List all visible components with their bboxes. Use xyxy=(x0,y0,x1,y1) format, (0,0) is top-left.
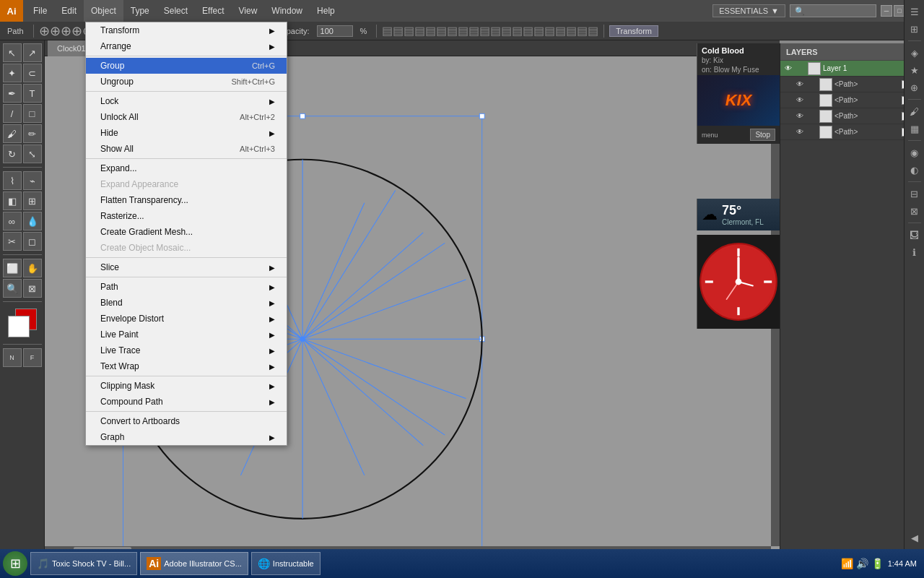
select-tool[interactable]: ↖ xyxy=(3,43,22,62)
symbols-icon[interactable]: ⊕ xyxy=(907,80,922,95)
tool-row-1: ↖ ↗ xyxy=(3,43,42,62)
menu-item-live-trace[interactable]: Live Trace ▶ xyxy=(86,342,287,358)
swatches-icon[interactable]: ▦ xyxy=(907,121,922,136)
magic-wand-tool[interactable]: ✦ xyxy=(3,64,22,82)
line-tool[interactable]: / xyxy=(3,104,22,123)
layer-item-path1[interactable]: 👁 <Path> xyxy=(780,77,924,92)
menu-item-compound-path[interactable]: Compound Path ▶ xyxy=(86,394,287,410)
transform-button[interactable]: Transform xyxy=(609,25,658,37)
layer-item-path3[interactable]: 👁 <Path> xyxy=(780,108,924,124)
paintbrush-tool[interactable]: 🖌 xyxy=(3,124,22,143)
blend-tool[interactable]: ∞ xyxy=(3,212,22,230)
menu-select[interactable]: Select xyxy=(157,0,195,22)
scrollbar-right[interactable] xyxy=(771,56,780,546)
lasso-tool[interactable]: ⊂ xyxy=(23,64,42,82)
layer-item-path4[interactable]: 👁 <Path> xyxy=(780,124,924,140)
path4-lock[interactable] xyxy=(807,127,817,137)
menu-effect[interactable]: Effect xyxy=(195,0,231,22)
opacity-input[interactable]: 100 xyxy=(317,25,353,37)
menu-item-text-wrap[interactable]: Text Wrap ▶ xyxy=(86,358,287,374)
hand-tool[interactable]: ✋ xyxy=(23,259,42,277)
taskbar-btn-instructable[interactable]: 🌐 Instructable xyxy=(251,552,321,575)
menu-file[interactable]: File xyxy=(26,0,54,22)
menu-item-hide[interactable]: Hide ▶ xyxy=(86,125,287,141)
menu-item-clipping-mask[interactable]: Clipping Mask ▶ xyxy=(86,378,287,394)
panel-collapse-icon[interactable]: ◀ xyxy=(907,530,922,545)
taskbar-btn-tv[interactable]: 🎵 Toxic Shock TV - Bill... xyxy=(30,552,137,575)
eyedropper-tool[interactable]: 💧 xyxy=(23,212,42,230)
menu-item-slice[interactable]: Slice ▶ xyxy=(86,259,287,275)
menu-item-expand[interactable]: Expand... xyxy=(86,160,287,176)
menu-item-arrange[interactable]: Arrange ▶ xyxy=(86,38,287,54)
scale-tool[interactable]: ⤡ xyxy=(23,144,42,163)
menu-item-ungroup[interactable]: Ungroup Shift+Ctrl+G xyxy=(86,74,287,90)
menu-item-show-all[interactable]: Show All Alt+Ctrl+3 xyxy=(86,141,287,157)
menu-help[interactable]: Help xyxy=(310,0,342,22)
background-color[interactable] xyxy=(8,316,30,337)
rotate-tool[interactable]: ↻ xyxy=(3,144,22,163)
layer-item-path2[interactable]: 👁 <Path> xyxy=(780,92,924,108)
path2-lock[interactable] xyxy=(807,95,817,105)
menu-item-group[interactable]: Group Ctrl+G xyxy=(86,58,287,74)
menu-object[interactable]: Object xyxy=(84,0,123,22)
start-button[interactable]: ⊞ xyxy=(3,551,27,576)
menu-view[interactable]: View xyxy=(232,0,265,22)
gradient-tool[interactable]: ◧ xyxy=(3,191,22,210)
info-icon[interactable]: ℹ xyxy=(907,245,922,259)
artboard-tool[interactable]: ⬜ xyxy=(3,259,22,277)
layer-visibility-eye[interactable]: 👁 xyxy=(783,64,793,74)
taskbar-btn-illustrator[interactable]: Ai Adobe Illustrator CS... xyxy=(140,552,248,575)
menu-edit[interactable]: Edit xyxy=(54,0,84,22)
path1-visibility-eye[interactable]: 👁 xyxy=(795,79,805,90)
path3-lock[interactable] xyxy=(807,111,817,121)
normal-mode-btn[interactable]: N xyxy=(3,348,22,367)
menu-item-unlock-all[interactable]: Unlock All Alt+Ctrl+2 xyxy=(86,109,287,125)
pen-tool[interactable]: ✒ xyxy=(3,84,22,103)
align-icon[interactable]: ⊟ xyxy=(907,186,922,201)
menu-item-rasterize[interactable]: Rasterize... xyxy=(86,208,287,224)
warp-tool[interactable]: ⌇ xyxy=(3,171,22,190)
appearance-icon[interactable]: ◈ xyxy=(907,46,922,60)
layers-panel-icon[interactable]: ☰ xyxy=(907,4,922,19)
menu-search-input[interactable] xyxy=(790,4,876,17)
panel-options[interactable]: » xyxy=(768,44,777,53)
menu-item-transform[interactable]: Transform ▶ xyxy=(86,22,287,38)
path2-visibility-eye[interactable]: 👁 xyxy=(795,95,805,105)
menu-item-live-paint[interactable]: Live Paint ▶ xyxy=(86,327,287,342)
scissors-tool[interactable]: ✂ xyxy=(3,232,22,251)
menu-item-path[interactable]: Path ▶ xyxy=(86,279,287,295)
transform-panel-icon[interactable]: ⊠ xyxy=(907,204,922,218)
menu-item-flatten-transparency[interactable]: Flatten Transparency... xyxy=(86,192,287,208)
zoom-tool[interactable]: 🔍 xyxy=(3,279,22,298)
color-guide-icon[interactable]: ◉ xyxy=(907,145,922,160)
direct-select-tool[interactable]: ↗ xyxy=(23,43,42,62)
path1-lock[interactable] xyxy=(807,79,817,90)
menu-item-graph[interactable]: Graph ▶ xyxy=(86,429,287,445)
rect-tool[interactable]: □ xyxy=(23,104,42,123)
path3-visibility-eye[interactable]: 👁 xyxy=(795,111,805,121)
brushes-icon[interactable]: 🖌 xyxy=(907,104,922,118)
mesh-tool[interactable]: ⊞ xyxy=(23,191,42,210)
artboards-icon[interactable]: ⊞ xyxy=(907,22,922,36)
minimize-button[interactable]: ─ xyxy=(881,5,892,17)
menu-item-convert-artboards[interactable]: Convert to Artboards xyxy=(86,413,287,429)
path4-visibility-eye[interactable]: 👁 xyxy=(795,127,805,137)
layer-lock[interactable] xyxy=(796,64,806,74)
essentials-button[interactable]: ESSENTIALS ▼ xyxy=(712,4,785,17)
width-tool[interactable]: ⌁ xyxy=(23,171,42,190)
print-tiling-tool[interactable]: ⊠ xyxy=(23,279,42,298)
fullscreen-mode-btn[interactable]: F xyxy=(23,348,42,367)
menu-item-blend[interactable]: Blend ▶ xyxy=(86,295,287,311)
navigator-icon[interactable]: ⛾ xyxy=(907,228,922,242)
menu-item-envelope-distort[interactable]: Envelope Distort ▶ xyxy=(86,311,287,327)
menu-item-gradient-mesh[interactable]: Create Gradient Mesh... xyxy=(86,224,287,240)
graphic-styles-icon[interactable]: ★ xyxy=(907,63,922,77)
menu-item-lock[interactable]: Lock ▶ xyxy=(86,93,287,109)
menu-window[interactable]: Window xyxy=(264,0,310,22)
layer-item-main[interactable]: 👁 Layer 1 xyxy=(780,61,924,77)
eraser-tool[interactable]: ◻ xyxy=(23,232,42,251)
type-tool[interactable]: T xyxy=(23,84,42,103)
pencil-tool[interactable]: ✏ xyxy=(23,124,42,143)
menu-type[interactable]: Type xyxy=(123,0,157,22)
color-icon[interactable]: ◐ xyxy=(907,163,922,177)
